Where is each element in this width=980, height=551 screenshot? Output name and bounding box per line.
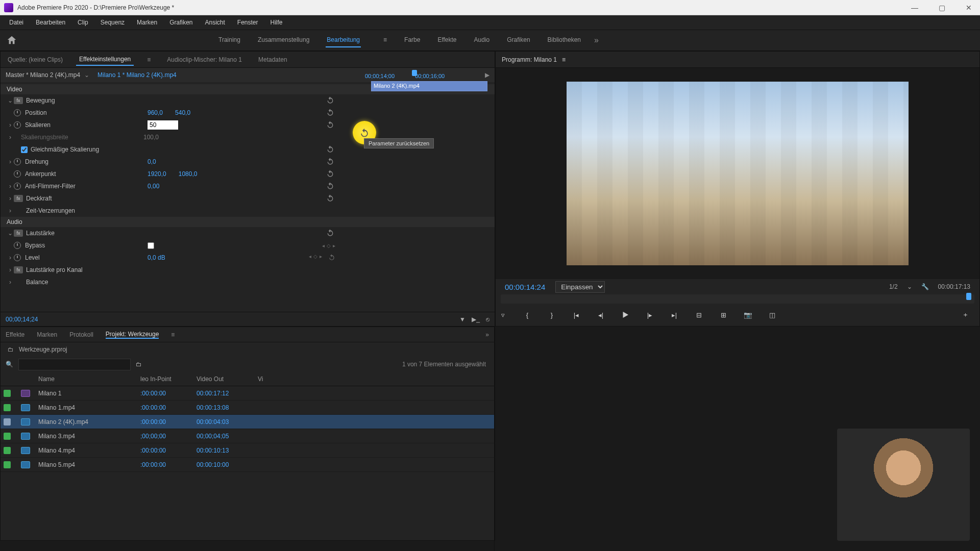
tab-panel-menu-icon[interactable]: ≡ [144,54,154,65]
workspace-training[interactable]: Training [217,33,241,47]
uniform-scale-checkbox[interactable] [21,146,28,153]
master-clip[interactable]: Master * Milano 2 (4K).mp4 [6,71,80,79]
go-to-in-button[interactable]: |◂ [569,308,583,322]
menu-clip[interactable]: Clip [72,17,93,28]
reset-icon[interactable] [326,194,335,203]
twisty-icon[interactable]: › [7,266,14,273]
project-item[interactable]: Milano 4.mp4 :00:00:00 00:00:10:13 [1,443,494,458]
stopwatch-icon[interactable] [14,170,21,178]
workspace-libraries[interactable]: Bibliotheken [547,33,582,47]
tab-history[interactable]: Protokoll [69,331,93,338]
mark-out-button[interactable]: } [545,308,559,322]
workspace-overflow-icon[interactable]: » [594,36,599,45]
step-back-button[interactable]: ◂| [594,308,608,322]
add-keyframe-icon[interactable]: ◇ [313,254,317,262]
mini-clip-bar[interactable]: Milano 2 (4K).mp4 [371,81,487,91]
opacity-effect-row[interactable]: › fx Deckkraft [1,192,495,205]
add-marker-button[interactable]: ▿ [496,308,510,322]
mini-playhead[interactable] [412,70,417,76]
project-search-input[interactable] [18,359,131,370]
home-icon[interactable] [6,35,17,46]
menu-marken[interactable]: Marken [132,17,162,28]
overflow-icon[interactable]: » [485,331,489,338]
level-value[interactable]: 0,0 dB [148,254,165,261]
filter-icon[interactable]: ▼ [459,316,465,323]
program-scale[interactable]: 1/2 [889,283,898,290]
tab-project[interactable]: Projekt: Werkzeuge [106,331,159,339]
tab-source[interactable]: Quelle: (keine Clips) [5,54,66,65]
anchor-x[interactable]: 1920,0 [148,170,166,178]
stopwatch-icon[interactable] [14,121,21,129]
panel-menu-icon[interactable]: ≡ [171,331,175,338]
workspace-color[interactable]: Farbe [403,33,421,47]
program-scrub-bar[interactable] [501,294,974,304]
workspace-effects[interactable]: Effekte [436,33,457,47]
label-swatch[interactable] [4,390,11,397]
program-timecode[interactable]: 00:00:14:24 [505,283,545,291]
twisty-icon[interactable]: › [7,279,14,286]
label-swatch[interactable] [4,418,11,425]
ec-timecode[interactable]: 00;00;14;24 [6,316,38,323]
project-item[interactable]: Milano 5.mp4 :00:00:00 00:00:10:00 [1,458,494,472]
tab-effects[interactable]: Effekte [6,331,24,338]
menu-fenster[interactable]: Fenster [232,17,263,28]
channel-volume-row[interactable]: › fx Lautstärke pro Kanal [1,264,495,276]
twisty-icon[interactable]: › [7,207,14,214]
volume-effect-row[interactable]: ⌄ fx Lautstärke [1,227,495,239]
position-x[interactable]: 960,0 [148,109,163,116]
tab-markers[interactable]: Marken [37,331,57,338]
col-in[interactable]: leo In-Point [140,375,197,383]
bin-icon[interactable]: 🗀 [8,346,14,353]
bin-view-icon[interactable]: 🗀 [136,361,142,368]
col-name[interactable]: Name [38,375,140,383]
next-keyframe-icon[interactable]: ▸ [320,254,322,262]
prev-keyframe-icon[interactable]: ◂ [309,254,311,262]
tab-audio-mixer[interactable]: Audioclip-Mischer: Milano 1 [164,54,245,65]
search-icon[interactable]: 🔍 [6,361,13,368]
label-swatch[interactable] [4,447,11,454]
workspace-editing[interactable]: Bearbeitung [326,33,361,47]
chevron-down-icon[interactable]: ⌄ [84,71,89,79]
close-button[interactable]: ✕ [962,2,976,14]
play-only-icon[interactable]: ▶⎯ [472,316,480,323]
col-vi[interactable]: Vi [258,375,278,383]
export-frame-icon[interactable]: ⎋ [486,316,489,323]
project-item[interactable]: Milano 3.mp4 ;00;00;00 00;00;04;05 [1,429,494,443]
reset-icon[interactable] [326,120,335,130]
stopwatch-icon[interactable] [14,158,21,165]
menu-ansicht[interactable]: Ansicht [200,17,230,28]
workspace-graphics[interactable]: Grafiken [506,33,531,47]
label-swatch[interactable] [4,461,11,468]
project-item[interactable]: Milano 2 (4K).mp4 :00:00:00 00:00:04:03 [1,415,494,429]
maximize-button[interactable]: ▢ [935,2,949,14]
sequence-clip[interactable]: Milano 1 * Milano 2 (4K).mp4 [97,71,177,79]
stopwatch-icon[interactable] [14,183,21,190]
step-forward-button[interactable]: |▸ [643,308,657,322]
menu-sequenz[interactable]: Sequenz [95,17,130,28]
program-viewport[interactable] [496,68,979,279]
lift-button[interactable]: ⊟ [692,308,706,322]
label-swatch[interactable] [4,433,11,440]
anchor-y[interactable]: 1080,0 [179,170,198,178]
project-item[interactable]: Milano 1.mp4 :00:00:00 00:00:13:08 [1,400,494,415]
project-item[interactable]: Milano 1 :00:00:00 00:00:17:12 [1,386,494,400]
next-keyframe-icon[interactable]: ▸ [333,243,335,248]
fx-badge-icon[interactable]: fx [14,230,23,237]
twisty-icon[interactable]: › [7,195,14,202]
fx-badge-icon[interactable]: fx [14,266,23,273]
button-editor-button[interactable]: ＋ [958,308,972,322]
col-out[interactable]: Video Out [197,375,258,383]
twisty-icon[interactable]: › [7,183,14,190]
minimize-button[interactable]: — [907,2,922,14]
position-y[interactable]: 540,0 [175,109,190,116]
mark-in-button[interactable]: { [520,308,534,322]
antiflicker-value[interactable]: 0,00 [148,183,159,190]
tab-metadata[interactable]: Metadaten [255,54,290,65]
balance-row[interactable]: › Balance [1,276,495,288]
reset-icon[interactable] [326,157,335,166]
twisty-icon[interactable]: › [7,134,14,141]
scrub-playhead[interactable] [966,293,971,300]
fx-badge-icon[interactable]: fx [14,97,23,104]
reset-icon[interactable] [328,254,335,262]
tab-effect-controls[interactable]: Effekteinstellungen [76,54,134,66]
